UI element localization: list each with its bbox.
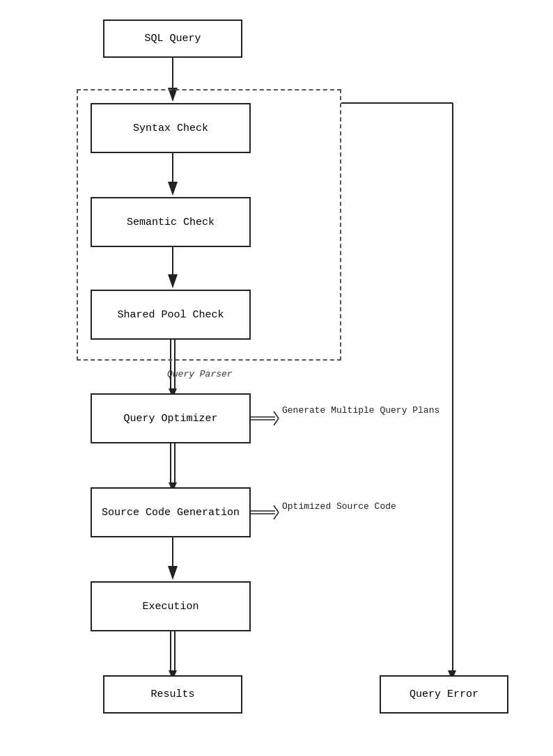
execution-label: Execution — [142, 601, 198, 613]
query-optimizer-label: Query Optimizer — [123, 413, 217, 425]
optimized-source-label: Optimized Source Code — [282, 501, 396, 512]
results-box: Results — [103, 675, 242, 714]
shared-pool-check-box: Shared Pool Check — [91, 290, 251, 340]
semantic-check-label: Semantic Check — [127, 216, 215, 228]
query-optimizer-box: Query Optimizer — [91, 393, 251, 443]
svg-line-18 — [274, 418, 279, 425]
results-label: Results — [150, 688, 194, 700]
query-parser-label: Query Parser — [167, 369, 233, 379]
svg-line-22 — [274, 512, 279, 519]
sql-query-box: SQL Query — [103, 19, 242, 58]
svg-line-17 — [274, 411, 279, 418]
svg-line-21 — [274, 505, 279, 512]
execution-box: Execution — [91, 581, 251, 631]
sql-query-label: SQL Query — [144, 33, 201, 45]
source-code-gen-label: Source Code Generation — [102, 507, 240, 519]
semantic-check-box: Semantic Check — [91, 197, 251, 247]
diagram-container: SQL Query Syntax Check Semantic Check Sh… — [0, 0, 553, 756]
query-error-label: Query Error — [410, 688, 478, 700]
syntax-check-label: Syntax Check — [133, 123, 208, 134]
shared-pool-check-label: Shared Pool Check — [117, 309, 224, 321]
syntax-check-box: Syntax Check — [91, 103, 251, 153]
source-code-gen-box: Source Code Generation — [91, 487, 251, 537]
generate-plans-label: Generate Multiple Query Plans — [282, 405, 439, 416]
query-error-box: Query Error — [380, 675, 508, 714]
